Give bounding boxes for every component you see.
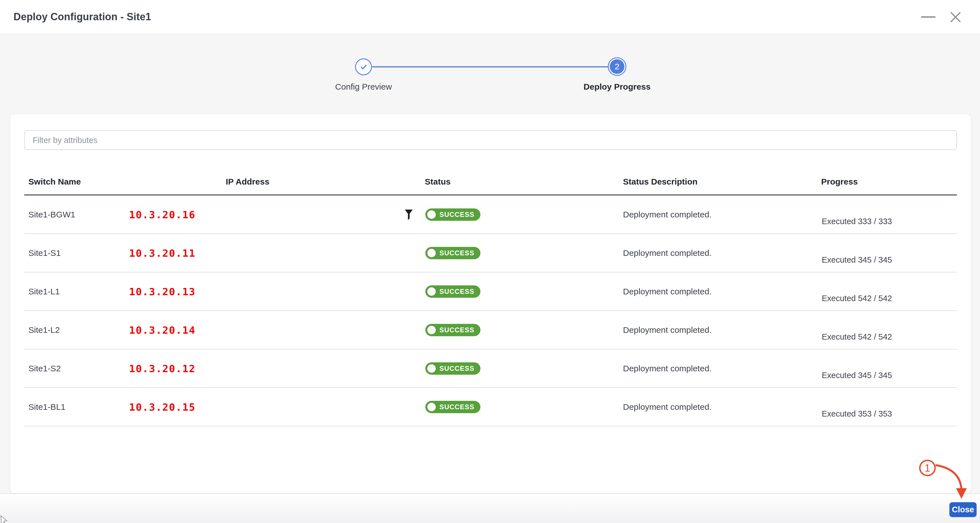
status-indicator-dot bbox=[427, 287, 436, 296]
status-badge: SUCCESS bbox=[425, 401, 480, 413]
ip-address: 10.3.20.13 bbox=[129, 286, 196, 297]
step-label-config-preview: Config Preview bbox=[307, 82, 420, 92]
switch-name: Site1-S2 bbox=[29, 364, 61, 373]
progress-label: Executed 333 / 333 bbox=[822, 217, 905, 226]
ip-address: 10.3.20.11 bbox=[129, 247, 196, 259]
progress-cell: Executed 542 / 542 bbox=[822, 291, 905, 303]
deploy-configuration-dialog: Deploy Configuration - Site1 2 Config Pr… bbox=[0, 0, 980, 523]
status-description: Deployment completed. bbox=[623, 287, 711, 296]
table-row: Site1-S1 10.3.20.11 SUCCESS Deployment c… bbox=[24, 234, 957, 273]
dialog-titlebar: Deploy Configuration - Site1 bbox=[0, 0, 980, 34]
checkmark-icon bbox=[358, 62, 369, 72]
progress-cell: Executed 345 / 345 bbox=[822, 253, 905, 265]
progress-label: Executed 345 / 345 bbox=[822, 255, 905, 265]
column-header-switch-name[interactable]: Switch Name bbox=[29, 177, 81, 187]
table-header-row: Switch Name IP Address Status Status Des… bbox=[24, 162, 957, 195]
table-row: Site1-BL1 10.3.20.15 SUCCESS Deployment … bbox=[24, 388, 957, 426]
progress-cell: Executed 345 / 345 bbox=[822, 368, 905, 380]
ip-address: 10.3.20.12 bbox=[129, 363, 196, 374]
status-badge: SUCCESS bbox=[425, 247, 480, 259]
switch-name: Site1-L1 bbox=[29, 287, 60, 296]
table-row: Site1-BGW1 10.3.20.16 SUCCESS Deployment… bbox=[24, 195, 957, 234]
table-row: Site1-L2 10.3.20.14 SUCCESS Deployment c… bbox=[24, 311, 957, 349]
ip-address: 10.3.20.16 bbox=[129, 209, 196, 220]
table-row: Site1-L1 10.3.20.13 SUCCESS Deployment c… bbox=[24, 273, 957, 311]
minimize-icon[interactable] bbox=[921, 16, 935, 18]
status-description: Deployment completed. bbox=[623, 364, 711, 373]
close-icon[interactable] bbox=[948, 10, 963, 24]
switch-name: Site1-BL1 bbox=[29, 402, 65, 412]
status-indicator-dot bbox=[427, 403, 436, 411]
column-header-status-description[interactable]: Status Description bbox=[623, 177, 697, 187]
switch-name: Site1-L2 bbox=[29, 325, 60, 335]
dialog-title: Deploy Configuration - Site1 bbox=[13, 0, 151, 34]
switch-name: Site1-S1 bbox=[29, 248, 61, 258]
status-description: Deployment completed. bbox=[623, 248, 711, 258]
column-header-ip-address[interactable]: IP Address bbox=[226, 177, 269, 187]
progress-cell: Executed 333 / 333 bbox=[822, 214, 905, 226]
progress-label: Executed 353 / 353 bbox=[822, 409, 905, 418]
step-label-deploy-progress: Deploy Progress bbox=[561, 82, 673, 92]
progress-cell: Executed 353 / 353 bbox=[822, 407, 905, 418]
filter-input[interactable] bbox=[24, 130, 957, 150]
switch-name: Site1-BGW1 bbox=[29, 210, 75, 219]
column-header-progress[interactable]: Progress bbox=[821, 177, 858, 187]
status-description: Deployment completed. bbox=[623, 325, 711, 335]
status-badge: SUCCESS bbox=[425, 324, 480, 336]
progress-label: Executed 542 / 542 bbox=[822, 294, 905, 303]
status-indicator-dot bbox=[427, 211, 436, 219]
status-badge: SUCCESS bbox=[425, 208, 480, 221]
progress-label: Executed 345 / 345 bbox=[822, 371, 905, 380]
ip-address: 10.3.20.15 bbox=[129, 401, 196, 413]
status-indicator-dot bbox=[427, 326, 436, 334]
column-header-status[interactable]: Status bbox=[425, 177, 451, 187]
status-indicator-dot bbox=[427, 364, 436, 373]
progress-label: Executed 542 / 542 bbox=[822, 332, 905, 342]
progress-cell: Executed 542 / 542 bbox=[822, 330, 905, 342]
step-config-preview[interactable] bbox=[355, 59, 372, 75]
status-description: Deployment completed. bbox=[623, 402, 711, 412]
status-description: Deployment completed. bbox=[623, 210, 711, 219]
dialog-footer: Close bbox=[0, 493, 980, 523]
status-badge: SUCCESS bbox=[425, 285, 480, 298]
filter-icon[interactable] bbox=[404, 208, 413, 221]
table-row: Site1-S2 10.3.20.12 SUCCESS Deployment c… bbox=[24, 349, 957, 388]
deploy-progress-card: Switch Name IP Address Status Status Des… bbox=[10, 114, 971, 493]
status-badge: SUCCESS bbox=[425, 362, 480, 375]
status-indicator-dot bbox=[427, 249, 436, 257]
stepper-connector bbox=[372, 66, 608, 67]
step-deploy-progress[interactable]: 2 bbox=[608, 57, 626, 76]
close-button[interactable]: Close bbox=[949, 502, 977, 517]
step-number-badge: 2 bbox=[610, 59, 624, 74]
ip-address: 10.3.20.14 bbox=[129, 324, 196, 336]
